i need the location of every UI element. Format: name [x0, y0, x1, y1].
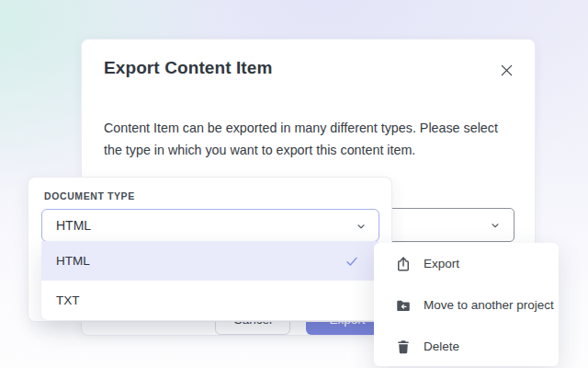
close-button[interactable]: [496, 60, 516, 80]
option-txt[interactable]: TXT: [41, 281, 379, 320]
document-type-options: HTML TXT: [41, 241, 379, 320]
context-menu: Export Move to another project Delete: [374, 243, 559, 366]
option-label: TXT: [56, 293, 80, 307]
option-html[interactable]: HTML: [41, 241, 379, 281]
menu-item-export[interactable]: Export: [374, 243, 559, 284]
check-icon: [345, 254, 359, 269]
combobox-value: HTML: [56, 218, 91, 233]
chevron-down-icon: [490, 220, 501, 231]
folder-move-icon: [395, 297, 412, 314]
menu-item-delete[interactable]: Delete: [374, 326, 559, 366]
modal-description: Content Item can be exported in many dif…: [104, 117, 517, 161]
chevron-down-icon: [356, 221, 367, 232]
option-label: HTML: [56, 254, 90, 268]
document-type-combobox[interactable]: HTML: [41, 209, 379, 242]
menu-item-label: Delete: [424, 339, 459, 353]
share-icon: [395, 256, 412, 272]
menu-item-label: Move to another project: [424, 298, 554, 312]
menu-item-label: Export: [424, 257, 459, 270]
page-background: Export Content Item Content Item can be …: [0, 0, 588, 368]
trash-icon: [395, 339, 412, 355]
close-icon: [498, 62, 515, 79]
document-type-label: DOCUMENT TYPE: [44, 190, 135, 201]
modal-title: Export Content Item: [104, 58, 272, 78]
menu-item-move[interactable]: Move to another project: [374, 284, 559, 326]
